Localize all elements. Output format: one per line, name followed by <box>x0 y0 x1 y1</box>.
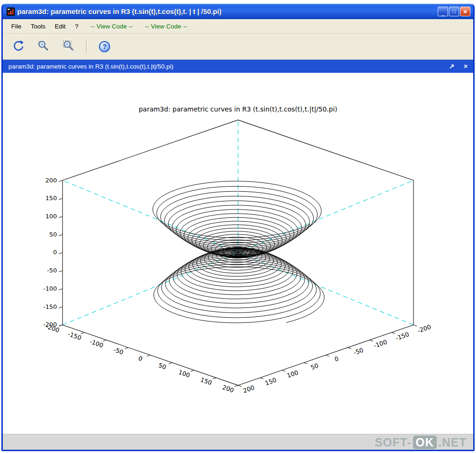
undock-icon[interactable]: ↗ <box>449 63 455 70</box>
window-title: param3d: parametric curves in R3 (t.sin(… <box>17 7 438 15</box>
svg-text:0: 0 <box>137 355 143 362</box>
svg-text:150: 150 <box>45 195 57 202</box>
minimize-button[interactable]: _ <box>438 7 448 16</box>
zoom-out-icon <box>62 39 75 54</box>
figure-bar-icons: ↗ × <box>449 63 468 70</box>
svg-text:150: 150 <box>200 376 213 386</box>
svg-text:50: 50 <box>310 362 320 371</box>
svg-text:-50: -50 <box>353 347 364 356</box>
svg-text:150: 150 <box>264 376 277 387</box>
svg-text:-50: -50 <box>112 346 124 356</box>
menu-item-tools[interactable]: Tools <box>26 21 50 32</box>
svg-text:200: 200 <box>222 383 235 394</box>
menu-item-edit[interactable]: Edit <box>50 21 70 32</box>
svg-text:-200: -200 <box>43 321 57 328</box>
help-button[interactable]: ? <box>96 38 113 56</box>
svg-text:200: 200 <box>242 384 255 394</box>
window-controls: _ □ × <box>438 7 470 16</box>
svg-text:-50: -50 <box>47 267 57 274</box>
svg-text:100: 100 <box>286 369 299 379</box>
watermark-right: .NET <box>438 435 467 449</box>
svg-text:param3d: parametric curves in: param3d: parametric curves in R3 (t.sin(… <box>139 105 337 113</box>
figure-title-bar: param3d: parametric curves in R3 (t.sin(… <box>3 60 473 73</box>
window-titlebar[interactable]: param3d: parametric curves in R3 (t.sin(… <box>3 4 473 19</box>
close-button[interactable]: × <box>460 7 470 16</box>
help-icon: ? <box>99 41 110 52</box>
zoom-reset-button[interactable] <box>60 38 77 56</box>
menu-item-view-code-2[interactable]: -- View Code -- <box>140 21 192 32</box>
svg-text:-150: -150 <box>395 331 410 342</box>
svg-text:-100: -100 <box>43 285 57 292</box>
svg-text:-100: -100 <box>373 338 388 349</box>
toolbar-separator <box>86 40 87 54</box>
plot-area[interactable]: -200-150-100-50050100150200200150100500-… <box>3 73 473 434</box>
status-bar: SOFT- OK .NET <box>3 434 473 450</box>
menu-item-help[interactable]: ? <box>70 21 84 32</box>
maximize-icon: □ <box>452 8 455 14</box>
svg-text:50: 50 <box>49 231 57 238</box>
zoom-in-icon <box>37 39 50 54</box>
watermark: SOFT- OK .NET <box>375 435 467 449</box>
rotate-button[interactable] <box>9 38 27 56</box>
svg-text:-150: -150 <box>67 330 82 341</box>
scilab-figure-window: param3d: parametric curves in R3 (t.sin(… <box>1 4 475 451</box>
plot-svg[interactable]: -200-150-100-50050100150200200150100500-… <box>3 73 473 434</box>
svg-text:100: 100 <box>45 213 57 220</box>
rotate-icon <box>12 39 25 54</box>
svg-text:50: 50 <box>158 362 168 371</box>
figure-title: param3d: parametric curves in R3 (t.sin(… <box>8 63 174 70</box>
svg-text:200: 200 <box>45 177 57 184</box>
svg-text:0: 0 <box>53 249 57 256</box>
zoom-area-button[interactable] <box>35 38 52 56</box>
toolbar: ? <box>3 34 473 60</box>
menu-item-view-code-1[interactable]: -- View Code -- <box>86 21 138 32</box>
figure-close-icon[interactable]: × <box>464 63 468 70</box>
maximize-button[interactable]: □ <box>449 7 459 16</box>
svg-text:-100: -100 <box>89 338 104 349</box>
watermark-ok-box: OK <box>413 435 437 449</box>
svg-text:100: 100 <box>178 369 191 379</box>
close-icon: × <box>463 8 468 14</box>
svg-text:-150: -150 <box>43 303 57 310</box>
minimize-icon: _ <box>441 10 445 16</box>
watermark-left: SOFT- <box>375 435 412 449</box>
svg-text:0: 0 <box>334 355 340 363</box>
window-icon <box>7 7 15 16</box>
svg-text:-200: -200 <box>417 323 432 335</box>
menu-item-file[interactable]: File <box>7 21 26 32</box>
menu-bar: File Tools Edit ? -- View Code -- -- Vie… <box>3 19 473 34</box>
